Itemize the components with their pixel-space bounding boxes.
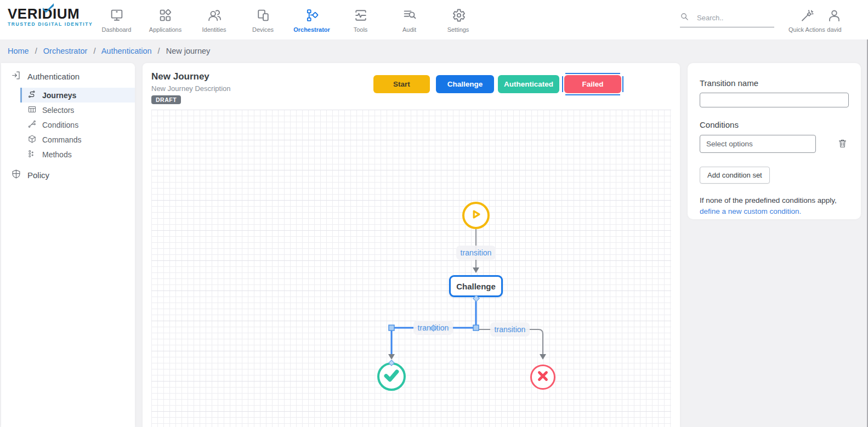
x-icon — [536, 369, 550, 385]
search-input[interactable] — [697, 14, 768, 22]
audit-icon — [402, 3, 417, 23]
breadcrumb-home[interactable]: Home — [8, 47, 29, 55]
transition-label[interactable]: transition — [490, 322, 530, 337]
nav-item-identities[interactable]: Identities — [190, 3, 239, 33]
breadcrumb-row: Home / Orchestrator / Authentication / N… — [0, 39, 868, 63]
flow-canvas[interactable]: transition transition transition Challen… — [151, 110, 671, 427]
magic-wand-icon — [799, 4, 814, 23]
state-button-authenticated[interactable]: Authenticated — [498, 75, 559, 93]
check-icon — [382, 366, 401, 387]
journey-title: New Journey — [151, 71, 209, 82]
tools-icon — [353, 3, 368, 23]
sidebar-authentication-items: Journeys Selectors Conditions Commands M… — [1, 88, 135, 162]
state-button-challenge[interactable]: Challenge — [436, 75, 494, 93]
selection-handle — [620, 92, 623, 95]
breadcrumb-separator: / — [93, 47, 95, 55]
top-bar: VERIDIUM TRUSTED DIGITAL IDENTITY Dashbo… — [0, 0, 868, 39]
orchestrator-icon — [304, 3, 320, 23]
breadcrumb-authentication[interactable]: Authentication — [101, 47, 152, 55]
breadcrumb-separator: / — [158, 47, 160, 55]
state-button-failed-selection: Failed — [562, 73, 623, 95]
sidebar-item-conditions[interactable]: Conditions — [20, 117, 135, 132]
sidebar: Authentication Journeys Selectors Condit… — [1, 63, 135, 427]
breadcrumb-orchestrator[interactable]: Orchestrator — [43, 47, 88, 55]
selectors-icon — [27, 105, 37, 116]
commands-icon — [27, 134, 37, 145]
state-button-failed[interactable]: Failed — [564, 75, 621, 93]
shield-icon — [11, 169, 21, 181]
nav-item-settings[interactable]: Settings — [434, 3, 483, 33]
failed-node[interactable] — [530, 365, 555, 390]
applications-icon — [158, 3, 173, 23]
start-node[interactable] — [462, 202, 490, 229]
conditions-label: Conditions — [700, 120, 849, 129]
global-search — [680, 12, 774, 27]
play-icon — [469, 207, 483, 224]
journey-description: New Journey Description — [151, 84, 231, 93]
sidebar-section-authentication[interactable]: Authentication — [1, 69, 135, 84]
custom-condition-note: If none of the predefined conditions app… — [700, 195, 850, 217]
conditions-select[interactable] — [700, 135, 816, 153]
nav-item-tools[interactable]: Tools — [336, 3, 385, 33]
selection-handle — [620, 73, 623, 76]
add-condition-set-button[interactable]: Add condition set — [700, 167, 770, 184]
breadcrumb: Home / Orchestrator / Authentication / N… — [8, 47, 210, 55]
sidebar-item-commands[interactable]: Commands — [20, 132, 135, 147]
transition-name-input[interactable] — [700, 93, 849, 107]
quick-actions-button[interactable]: Quick Actions — [788, 4, 825, 33]
nav-item-audit[interactable]: Audit — [385, 3, 434, 33]
sidebar-item-methods[interactable]: Methods — [20, 147, 135, 162]
methods-icon — [27, 149, 37, 160]
selection-handle — [562, 92, 565, 95]
flow-edges — [151, 110, 671, 427]
state-button-start[interactable]: Start — [373, 75, 430, 93]
identities-icon — [207, 3, 222, 23]
breadcrumb-current: New journey — [166, 47, 211, 55]
settings-icon — [451, 3, 466, 23]
challenge-node[interactable]: Challenge — [449, 275, 503, 297]
nav-item-applications[interactable]: Applications — [141, 3, 190, 33]
sidebar-item-journeys[interactable]: Journeys — [20, 88, 135, 103]
login-icon — [11, 70, 21, 82]
journey-editor: New Journey New Journey Description DRAF… — [143, 63, 680, 427]
breadcrumb-separator: / — [35, 47, 37, 55]
selection-handle — [562, 73, 565, 76]
transition-label[interactable]: transition — [456, 246, 496, 260]
delete-condition-button[interactable] — [836, 137, 849, 151]
define-custom-condition-link[interactable]: define a new custom condition. — [700, 207, 801, 215]
status-badge: DRAFT — [151, 95, 181, 104]
authenticated-node[interactable] — [377, 362, 406, 391]
nav-item-devices[interactable]: Devices — [239, 3, 287, 33]
sidebar-item-selectors[interactable]: Selectors — [20, 103, 135, 117]
search-icon — [680, 12, 689, 24]
user-avatar-icon — [827, 4, 842, 23]
trash-icon — [837, 142, 848, 150]
logo-check-icon — [42, 3, 55, 15]
nav-item-dashboard[interactable]: Dashboard — [92, 3, 141, 33]
transition-properties-panel: Transition name Conditions Add condition… — [688, 63, 861, 219]
journeys-icon — [27, 90, 37, 101]
user-menu[interactable]: david — [827, 4, 842, 33]
conditions-icon — [27, 119, 37, 130]
transition-name-label: Transition name — [700, 78, 849, 88]
primary-nav: Dashboard Applications Identities Device… — [92, 3, 483, 33]
nav-item-orchestrator[interactable]: Orchestrator — [287, 3, 336, 33]
devices-icon — [256, 3, 271, 23]
dashboard-icon — [109, 3, 124, 23]
sidebar-section-policy[interactable]: Policy — [1, 167, 135, 183]
